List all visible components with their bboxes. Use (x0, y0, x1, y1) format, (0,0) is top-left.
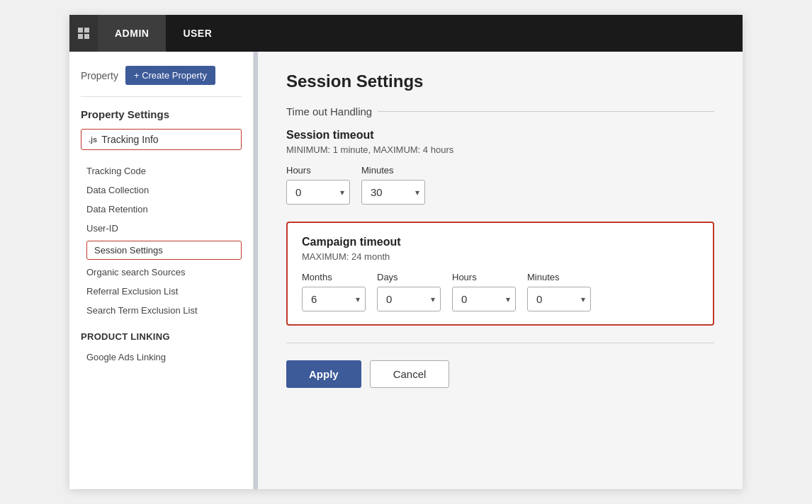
campaign-timeout-block: Campaign timeout MAXIMUM: 24 month Month… (286, 222, 714, 326)
svg-rect-3 (84, 34, 89, 39)
sidebar-item-session-settings[interactable]: Session Settings (86, 241, 242, 260)
page-title: Session Settings (286, 71, 714, 91)
campaign-timeout-fields: Months 1 2 3 4 5 6 12 24 (302, 272, 699, 311)
minutes-select-wrapper: 0 5 10 15 20 25 30 35 40 45 50 (361, 180, 425, 205)
action-buttons: Apply Cancel (286, 360, 714, 388)
campaign-hours-select[interactable]: 0 1 2 3 (452, 287, 516, 311)
campaign-minutes-label: Minutes (527, 272, 591, 282)
session-timeout-subtitle: MINIMUM: 1 minute, MAXIMUM: 4 hours (286, 144, 714, 155)
top-nav: ADMIN USER (69, 15, 743, 52)
tracking-info-label: Tracking Info (101, 134, 158, 145)
sidebar-item-user-id[interactable]: User-ID (86, 219, 253, 238)
sidebar-item-search-term-exclusion[interactable]: Search Term Exclusion List (86, 301, 253, 320)
campaign-timeout-subtitle: MAXIMUM: 24 month (302, 251, 699, 262)
js-icon: .js (89, 135, 97, 144)
sidebar: Property + Create Property Property Sett… (69, 52, 254, 489)
main-content: Session Settings Time out Handling Sessi… (258, 52, 743, 489)
property-label: Property (81, 70, 118, 81)
user-tab[interactable]: USER (166, 15, 229, 52)
minutes-select[interactable]: 0 5 10 15 20 25 30 35 40 45 50 (361, 180, 425, 205)
campaign-days-field-group: Days 0 1 7 14 30 (377, 272, 441, 311)
campaign-hours-select-wrapper: 0 1 2 3 (452, 287, 516, 311)
property-settings-title: Property Settings (69, 108, 253, 129)
campaign-hours-field-group: Hours 0 1 2 3 (452, 272, 516, 311)
cancel-button[interactable]: Cancel (370, 360, 450, 388)
campaign-minutes-select[interactable]: 0 15 30 45 (527, 287, 591, 311)
campaign-days-select[interactable]: 0 1 7 14 30 (377, 287, 441, 311)
svg-rect-1 (84, 28, 89, 33)
months-select-wrapper: 1 2 3 4 5 6 12 24 (302, 287, 366, 311)
action-divider (286, 343, 714, 343)
sidebar-divider (81, 96, 242, 97)
session-timeout-title: Session timeout (286, 129, 714, 142)
hours-select[interactable]: 0 1 2 3 4 (286, 180, 350, 205)
main-layout: Property + Create Property Property Sett… (69, 52, 743, 489)
tracking-info-badge[interactable]: .js Tracking Info (81, 129, 242, 150)
campaign-days-select-wrapper: 0 1 7 14 30 (377, 287, 441, 311)
admin-tab[interactable]: ADMIN (98, 15, 166, 52)
session-timeout-fields: Hours 0 1 2 3 4 Minutes (286, 165, 714, 205)
minutes-field-group: Minutes 0 5 10 15 20 25 30 35 (361, 165, 425, 205)
campaign-hours-label: Hours (452, 272, 516, 282)
sidebar-item-google-ads[interactable]: Google Ads Linking (86, 348, 253, 367)
months-select[interactable]: 1 2 3 4 5 6 12 24 (302, 287, 366, 311)
sidebar-item-referral-exclusion[interactable]: Referral Exclusion List (86, 282, 253, 301)
campaign-minutes-field-group: Minutes 0 15 30 45 (527, 272, 591, 311)
sidebar-item-data-collection[interactable]: Data Collection (86, 181, 253, 200)
timeout-handling-label: Time out Handling (286, 105, 714, 118)
nav-logo (69, 15, 98, 52)
campaign-minutes-select-wrapper: 0 15 30 45 (527, 287, 591, 311)
hours-field-group: Hours 0 1 2 3 4 (286, 165, 350, 205)
sidebar-item-organic-search[interactable]: Organic search Sources (86, 263, 253, 282)
sub-items-list: Tracking Code Data Collection Data Reten… (69, 161, 253, 320)
hours-label: Hours (286, 165, 350, 176)
property-row: Property + Create Property (69, 66, 253, 96)
product-linking-title: PRODUCT LINKING (69, 320, 253, 348)
hours-select-wrapper: 0 1 2 3 4 (286, 180, 350, 205)
minutes-label: Minutes (361, 165, 425, 176)
months-label: Months (302, 272, 366, 282)
campaign-days-label: Days (377, 272, 441, 282)
session-timeout-block: Session timeout MINIMUM: 1 minute, MAXIM… (286, 129, 714, 205)
months-field-group: Months 1 2 3 4 5 6 12 24 (302, 272, 366, 311)
create-property-button[interactable]: + Create Property (125, 66, 215, 85)
campaign-timeout-title: Campaign timeout (302, 236, 699, 248)
apply-button[interactable]: Apply (286, 360, 361, 388)
svg-rect-0 (78, 28, 83, 33)
product-linking-items: Google Ads Linking (69, 348, 253, 367)
sidebar-item-tracking-code[interactable]: Tracking Code (86, 161, 253, 181)
svg-rect-2 (78, 34, 83, 39)
sidebar-item-data-retention[interactable]: Data Retention (86, 200, 253, 219)
